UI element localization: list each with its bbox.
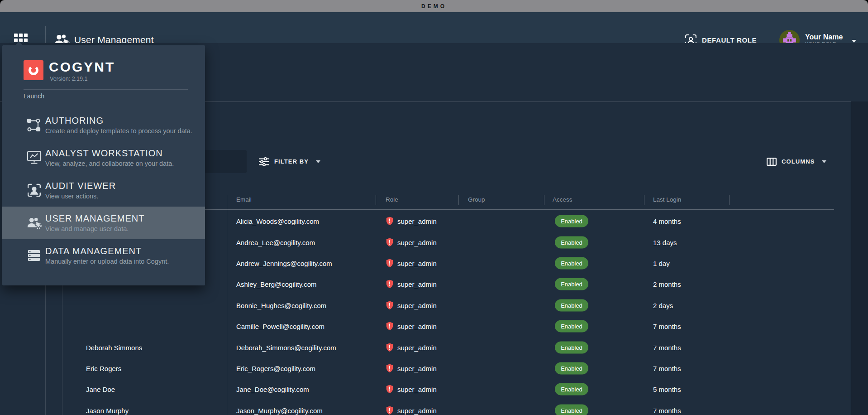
column-header-email: Email: [236, 196, 252, 203]
cell-role: super_admin: [386, 385, 437, 394]
menu-item-audit-viewer[interactable]: AUDIT VIEWER View user actions.: [2, 174, 205, 207]
column-divider: [544, 195, 544, 205]
filter-sliders-icon: [259, 157, 269, 166]
cell-last-login: 2 days: [653, 301, 673, 309]
shield-alert-icon: [386, 259, 393, 267]
flow-nodes-icon: [26, 118, 42, 132]
column-divider: [644, 195, 644, 205]
access-badge: Enabled: [555, 362, 588, 374]
access-badge: Enabled: [555, 257, 588, 269]
chevron-down-icon: [822, 160, 826, 163]
cell-role: super_admin: [386, 364, 437, 372]
cell-name: Jane Doe: [86, 386, 115, 393]
cell-last-login: 5 months: [653, 386, 681, 393]
menu-item-text: USER MANAGEMENT View and manage user dat…: [45, 213, 144, 233]
cell-email: Alicia_Woods@cogility.com: [236, 217, 319, 225]
filter-by-button[interactable]: FILTER BY: [259, 150, 320, 173]
access-badge: Enabled: [555, 341, 588, 353]
cell-email: Eric_Rogers@cogility.com: [236, 364, 315, 372]
menu-item-authoring[interactable]: AUTHORING Create and deploy templates to…: [2, 109, 205, 141]
cell-role: super_admin: [386, 259, 437, 267]
cell-role: super_admin: [386, 280, 437, 289]
access-badge: Enabled: [555, 299, 588, 311]
shield-alert-icon: [386, 280, 393, 289]
app-window: DEMO: [0, 0, 868, 415]
cell-name: Deborah Simmons: [86, 343, 142, 351]
cell-last-login: 4 months: [653, 217, 681, 225]
cell-last-login: 2 months: [653, 280, 681, 288]
access-badge: Enabled: [555, 278, 588, 290]
columns-icon: [767, 158, 777, 166]
cogynt-logo: [24, 60, 43, 80]
cell-role: super_admin: [386, 238, 437, 246]
cell-email: Camille_Powell@cogility.com: [236, 323, 324, 330]
column-header-role: Role: [386, 196, 398, 203]
menu-item-text: AUTHORING Create and deploy templates to…: [45, 115, 192, 135]
menu-item-data-management[interactable]: DATA MANAGEMENT Manually enter or upload…: [2, 239, 205, 272]
table-row[interactable]: Camille_Powell@cogility.com super_admin …: [0, 316, 868, 337]
cell-last-login: 7 months: [653, 323, 681, 330]
menu-item-analyst-workstation[interactable]: ANALYST WORKSTATION View, analyze, and c…: [2, 141, 205, 174]
cell-email: Andrew_Jennings@cogility.com: [236, 259, 332, 267]
brand-name: COGYNT: [49, 59, 115, 75]
chevron-down-icon: [316, 160, 320, 163]
access-badge: Enabled: [555, 383, 588, 396]
cell-role: super_admin: [386, 343, 437, 352]
app-header: User Management DEFAULT ROLE: [0, 12, 868, 43]
menu-item-text: AUDIT VIEWER View user actions.: [45, 180, 116, 201]
menu-item-user-management[interactable]: USER MANAGEMENT View and manage user dat…: [2, 207, 205, 239]
cell-last-login: 1 day: [653, 259, 670, 267]
window-titlebar: DEMO: [0, 0, 868, 12]
shield-alert-icon: [386, 322, 393, 331]
shield-alert-icon: [386, 301, 393, 309]
shield-alert-icon: [386, 406, 393, 415]
access-badge: Enabled: [555, 404, 588, 415]
users-gear-icon: [26, 217, 42, 229]
column-divider: [729, 195, 730, 205]
cell-role: super_admin: [386, 301, 437, 309]
table-row[interactable]: Eric Rogers Eric_Rogers@cogility.com sup…: [0, 358, 868, 379]
launch-section-label: Launch: [24, 92, 44, 100]
access-badge: Enabled: [555, 236, 588, 248]
version-label: Version: 2.19.1: [50, 76, 87, 82]
shield-alert-icon: [386, 385, 393, 394]
cell-role: super_admin: [386, 217, 437, 226]
server-stack-icon: [26, 249, 42, 262]
cell-email: Jane_Doe@cogility.com: [236, 386, 309, 393]
table-row[interactable]: Bonnie_Hughes@cogility.com super_admin E…: [0, 295, 868, 316]
user-name: Your Name: [805, 33, 843, 41]
shield-alert-icon: [386, 364, 393, 372]
menu-item-text: ANALYST WORKSTATION View, analyze, and c…: [45, 148, 174, 168]
column-header-last-login: Last Login: [653, 196, 681, 203]
shield-alert-icon: [386, 238, 393, 246]
flyout-divider: [24, 89, 188, 90]
menu-item-text: DATA MANAGEMENT Manually enter or upload…: [45, 246, 169, 266]
cell-email: Deborah_Simmons@cogility.com: [236, 343, 336, 351]
columns-label: COLUMNS: [782, 158, 815, 165]
cell-email: Ashley_Berg@cogility.com: [236, 280, 317, 288]
table-row[interactable]: Jane Doe Jane_Doe@cogility.com super_adm…: [0, 379, 868, 400]
cell-role: super_admin: [386, 322, 437, 331]
columns-button[interactable]: COLUMNS: [767, 150, 826, 173]
column-divider: [458, 195, 459, 205]
cell-last-login: 7 months: [653, 406, 681, 414]
access-badge: Enabled: [555, 215, 588, 227]
cell-last-login: 7 months: [653, 343, 681, 351]
cell-name: Jason Murphy: [86, 406, 129, 414]
table-row[interactable]: Jason Murphy Jason_Murphy@cogility.com s…: [0, 400, 868, 415]
table-row[interactable]: Deborah Simmons Deborah_Simmons@cogility…: [0, 337, 868, 357]
cell-email: Bonnie_Hughes@cogility.com: [236, 301, 326, 309]
cell-name: Eric Rogers: [86, 364, 121, 372]
app-launcher-flyout: COGYNT Version: 2.19.1 Launch: [2, 45, 205, 285]
cell-role: super_admin: [386, 406, 437, 415]
window-title: DEMO: [421, 3, 447, 10]
column-divider: [376, 195, 376, 205]
user-scan-icon: [26, 184, 42, 197]
launcher-menu: AUTHORING Create and deploy templates to…: [2, 109, 205, 272]
c-ring-icon: [28, 64, 39, 76]
shield-alert-icon: [386, 217, 393, 226]
filter-by-label: FILTER BY: [274, 158, 309, 165]
shield-alert-icon: [386, 343, 393, 352]
cell-email: Andrea_Lee@cogility.com: [236, 238, 315, 246]
monitor-chart-icon: [26, 151, 42, 165]
